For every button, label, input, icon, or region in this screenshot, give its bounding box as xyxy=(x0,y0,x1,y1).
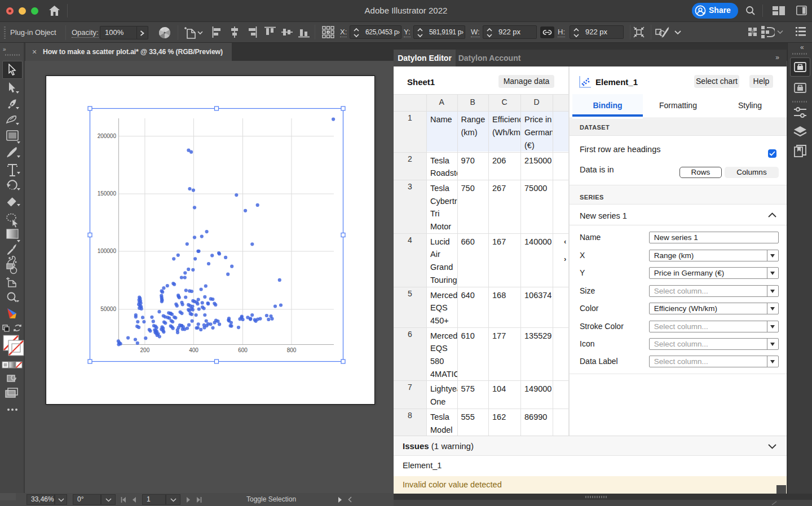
svg-text:800: 800 xyxy=(287,347,297,353)
svg-text:100000: 100000 xyxy=(98,248,117,254)
svg-text:50000: 50000 xyxy=(100,306,116,312)
svg-text:150000: 150000 xyxy=(98,190,117,197)
svg-text:200: 200 xyxy=(140,347,150,353)
svg-text:200000: 200000 xyxy=(98,133,117,139)
svg-text:400: 400 xyxy=(189,347,198,353)
svg-text:600: 600 xyxy=(238,347,248,353)
